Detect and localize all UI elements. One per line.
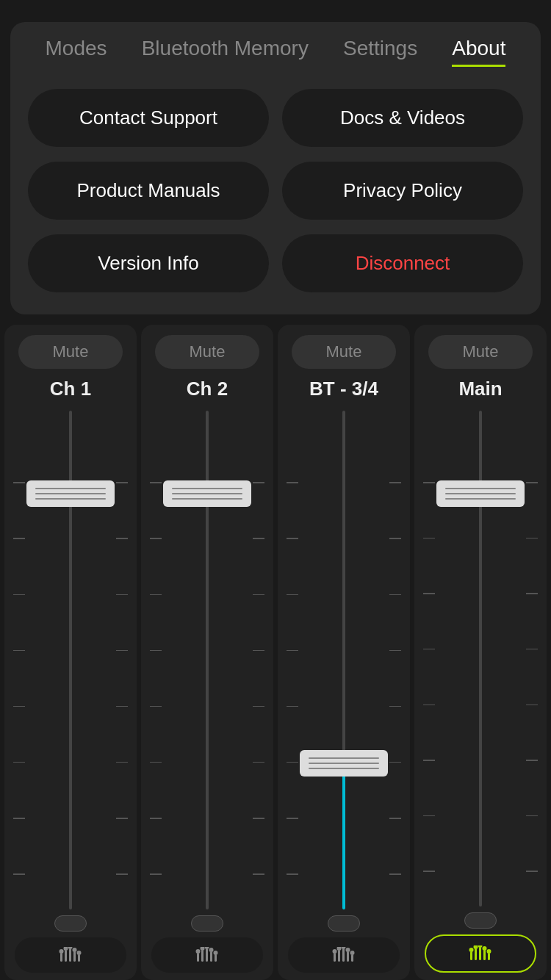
channel-ch2-label: Ch 2 <box>187 378 228 400</box>
tab-settings[interactable]: Settings <box>343 37 417 67</box>
version-info-button[interactable]: Version Info <box>28 234 269 292</box>
svg-rect-12 <box>206 948 208 962</box>
channel-bottom-ch1 <box>9 915 132 973</box>
svg-rect-1 <box>65 950 67 962</box>
svg-rect-33 <box>483 950 486 960</box>
svg-point-25 <box>333 949 337 954</box>
mute-main-button[interactable]: Mute <box>428 335 533 369</box>
mixer-section: Mute Ch 1 <box>0 325 551 980</box>
svg-point-38 <box>483 946 487 951</box>
svg-point-39 <box>487 949 491 954</box>
fader-area-main[interactable] <box>419 411 542 907</box>
fader-handle-ch2[interactable] <box>163 480 252 507</box>
svg-rect-3 <box>73 951 76 962</box>
channel-bottom-ch2 <box>145 915 269 973</box>
disconnect-button[interactable]: Disconnect <box>282 234 523 292</box>
pan-knob-ch1[interactable] <box>54 915 87 932</box>
tab-about[interactable]: About <box>452 37 505 67</box>
svg-point-18 <box>209 948 214 952</box>
svg-point-7 <box>68 947 73 949</box>
mute-bt34-button[interactable]: Mute <box>292 335 397 369</box>
pan-knob-main[interactable] <box>464 912 497 929</box>
product-manuals-button[interactable]: Product Manuals <box>28 162 269 220</box>
fader-line <box>309 763 380 764</box>
svg-point-19 <box>214 951 218 955</box>
svg-point-17 <box>205 947 209 949</box>
svg-rect-30 <box>470 951 472 960</box>
channel-main: Mute Main <box>414 325 547 980</box>
eq-icon-bt34 <box>332 947 356 963</box>
mute-ch1-button[interactable]: Mute <box>18 335 123 369</box>
fader-area-ch2[interactable] <box>145 411 269 909</box>
privacy-policy-button[interactable]: Privacy Policy <box>282 162 523 220</box>
about-panel: Modes Bluetooth Memory Settings About Co… <box>10 22 541 314</box>
about-buttons-grid: Contact Support Docs & Videos Product Ma… <box>28 89 523 292</box>
tab-bluetooth-memory[interactable]: Bluetooth Memory <box>142 37 309 67</box>
svg-point-26 <box>337 947 342 951</box>
channel-bottom-main <box>419 912 542 973</box>
nav-tabs: Modes Bluetooth Memory Settings About <box>28 37 523 67</box>
svg-rect-23 <box>347 951 349 962</box>
fader-area-bt34[interactable] <box>282 411 406 909</box>
fader-line <box>35 498 107 500</box>
svg-rect-20 <box>334 953 336 962</box>
channel-bt34-label: BT - 3/4 <box>309 378 378 400</box>
svg-rect-31 <box>475 948 477 960</box>
svg-point-36 <box>474 945 478 949</box>
channel-ch1: Mute Ch 1 <box>4 325 137 980</box>
eq-button-bt34[interactable] <box>288 937 399 973</box>
fader-area-ch1[interactable] <box>9 411 132 909</box>
mute-ch2-button[interactable]: Mute <box>155 335 260 369</box>
svg-rect-11 <box>201 950 204 962</box>
eq-icon-main <box>469 945 492 962</box>
channel-ch2: Mute Ch 2 <box>141 325 273 980</box>
fader-line <box>445 488 516 489</box>
svg-rect-34 <box>488 953 490 960</box>
channel-ch1-label: Ch 1 <box>50 378 91 400</box>
svg-rect-0 <box>60 953 62 962</box>
channel-bottom-bt34 <box>282 915 406 973</box>
fader-track-bt34-cyan <box>342 775 345 909</box>
svg-point-6 <box>64 947 68 951</box>
svg-point-27 <box>342 947 346 949</box>
svg-rect-14 <box>215 954 217 962</box>
svg-point-9 <box>77 951 82 955</box>
fader-handle-ch1[interactable] <box>26 480 115 507</box>
svg-rect-2 <box>69 948 71 962</box>
svg-point-8 <box>73 948 77 952</box>
svg-point-29 <box>350 951 355 955</box>
docs-videos-button[interactable]: Docs & Videos <box>282 89 523 147</box>
fader-line <box>172 498 243 500</box>
svg-rect-22 <box>342 948 345 962</box>
fader-line <box>172 488 243 489</box>
svg-rect-24 <box>351 954 353 962</box>
contact-support-button[interactable]: Contact Support <box>28 89 269 147</box>
fader-line <box>309 757 380 759</box>
svg-rect-10 <box>197 953 199 962</box>
fader-line <box>445 493 516 494</box>
svg-point-35 <box>469 948 474 952</box>
fader-line <box>309 768 380 769</box>
fader-track-bt34-dark <box>342 411 345 775</box>
svg-rect-21 <box>338 950 340 962</box>
fader-line <box>172 493 243 494</box>
svg-point-15 <box>196 949 201 954</box>
tab-modes[interactable]: Modes <box>46 37 107 67</box>
svg-point-28 <box>346 948 350 952</box>
pan-knob-bt34[interactable] <box>328 915 360 932</box>
eq-icon-ch1 <box>59 947 82 963</box>
svg-rect-13 <box>210 951 212 962</box>
channel-main-label: Main <box>458 378 502 400</box>
fader-handle-bt34[interactable] <box>300 750 389 777</box>
channel-bt34: Mute BT - 3/4 <box>278 325 410 980</box>
eq-button-ch1[interactable] <box>15 937 126 973</box>
eq-icon-ch2 <box>195 947 219 963</box>
svg-point-5 <box>60 949 64 954</box>
eq-button-ch2[interactable] <box>151 937 262 973</box>
fader-line <box>35 488 107 489</box>
fader-line <box>445 498 516 500</box>
eq-button-main[interactable] <box>425 934 536 973</box>
pan-knob-ch2[interactable] <box>191 915 223 932</box>
fader-handle-main[interactable] <box>436 480 525 507</box>
svg-rect-32 <box>479 947 481 960</box>
